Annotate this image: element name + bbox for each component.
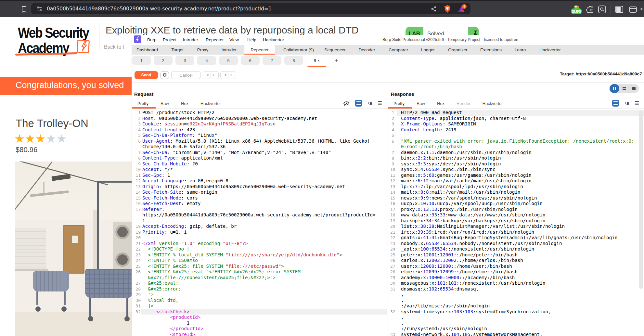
sidebar-icon[interactable]: [615, 5, 624, 14]
response-line: 13lp:x:7:7:lp:/var/spool/lpd:/usr/sbin/n…: [390, 184, 644, 190]
tab-hackvertor[interactable]: Hackvertor: [533, 45, 567, 55]
cancel-button[interactable]: Cancel: [171, 71, 201, 79]
brave-shield-icon[interactable]: [444, 5, 451, 13]
response-line: 18www-data:x:33:33:www-data:/var/www:/us…: [390, 212, 644, 218]
urlbar-divider: [440, 5, 440, 12]
response-line: 9sys:x:3:3:sys:/dev:/usr/sbin/nologin: [390, 161, 644, 167]
response-title: Response: [391, 91, 414, 97]
tab-sequencer[interactable]: Sequencer: [318, 45, 352, 55]
repeater-tab-8[interactable]: 8: [284, 56, 303, 65]
puzzle-extensions-icon[interactable]: [586, 6, 594, 13]
response-menu-icon[interactable]: ☰: [635, 100, 639, 106]
response-line: 24_apt:x:100:65534::/nonexistent:/usr/sb…: [390, 246, 644, 252]
congrats-text: Congratulations, you solved: [16, 80, 124, 90]
request-newline-icon[interactable]: \n: [367, 101, 372, 106]
response-line: :/run/systemd:/usr/sbin/nologin: [390, 326, 644, 332]
menu-view[interactable]: View: [229, 35, 239, 45]
menu-intruder[interactable]: Intruder: [183, 35, 198, 45]
tab-proxy[interactable]: Proxy: [191, 45, 215, 55]
tab-learn[interactable]: Learn: [509, 45, 532, 55]
response-line: ,: [390, 298, 644, 304]
request-line: 3Cookie: session=o322nIwrKAghfPNSBaldEPI…: [134, 121, 387, 127]
request-pretty-underline: [132, 107, 156, 109]
svg-text:3URI: 3URI: [572, 9, 581, 14]
notification-triangle-icon[interactable]: 1: [457, 6, 465, 13]
menu-help[interactable]: Help: [247, 35, 256, 45]
tab-repeater[interactable]: Repeater: [244, 45, 275, 55]
share-icon[interactable]: [431, 6, 437, 12]
repeater-tab-9[interactable]: 9 ×: [307, 56, 326, 65]
resp-tabs-hex[interactable]: Hex: [437, 101, 444, 106]
new-repeater-tab-button[interactable]: +: [332, 56, 341, 65]
resp-tabs-raw[interactable]: Raw: [417, 101, 425, 106]
tab-dashboard[interactable]: Dashboard: [130, 45, 164, 55]
request-menu-icon[interactable]: ☰: [378, 100, 382, 106]
response-line: 0:root:/root:/bin/bash: [390, 144, 644, 150]
request-wrap-icon[interactable]: [355, 100, 362, 107]
menu-hackvertor[interactable]: Hackvertor: [263, 35, 284, 45]
response-line: 12man:x:6:12:man:/var/cache/man:/usr/sbi…: [390, 178, 644, 184]
req-tabs-pretty[interactable]: Pretty: [137, 101, 148, 106]
req-tabs-raw[interactable]: Raw: [161, 101, 169, 106]
repeater-tab-2[interactable]: 2: [154, 56, 173, 65]
response-wrap-icon[interactable]: [612, 100, 619, 107]
request-line: 18Accept-Encoding: gzip, deflate, br: [134, 224, 387, 229]
layout-rows-button[interactable]: [619, 84, 629, 93]
send-button[interactable]: Send: [135, 71, 158, 79]
response-newline-icon[interactable]: \n: [625, 101, 629, 106]
back-link[interactable]: Back to l: [104, 44, 124, 50]
repeater-tab-1[interactable]: 1: [132, 56, 151, 65]
tab-intruder[interactable]: Intruder: [215, 45, 243, 55]
prev-response-button[interactable]: <▼: [203, 71, 219, 79]
tab-decoder[interactable]: Decoder: [352, 45, 381, 55]
wallet-icon[interactable]: [629, 5, 637, 14]
repeater-tab-7[interactable]: 7: [263, 56, 281, 65]
request-line: 17Referer:: [134, 207, 387, 213]
repeater-tab-6[interactable]: 6: [241, 56, 260, 65]
tab-organizer[interactable]: Organizer: [442, 45, 473, 55]
resp-tabs-pretty[interactable]: Pretty: [393, 101, 405, 106]
settings-gear-button[interactable]: ⚙: [161, 71, 169, 79]
repeater-tab-4[interactable]: 4: [197, 56, 216, 65]
next-response-button[interactable]: >▼: [220, 71, 236, 79]
site-settings-icon[interactable]: [36, 6, 42, 12]
layout-columns-button[interactable]: [610, 84, 619, 93]
repeater-tab-5[interactable]: 5: [219, 56, 238, 65]
tab-comparer[interactable]: Comparer: [382, 45, 414, 55]
response-editor[interactable]: 1HTTP/2 400 Bad Request2Content-Type: ap…: [388, 109, 644, 336]
bookmark-icon[interactable]: [20, 6, 28, 13]
menu-project[interactable]: Project: [163, 35, 176, 45]
response-line: ,: [390, 315, 644, 320]
tab-logger[interactable]: Logger: [415, 45, 441, 55]
menu-repeater[interactable]: Repeater: [206, 35, 224, 45]
request-line: 5Sec-Ch-Ua-Platform: "Linux": [134, 133, 387, 138]
response-line: 30messagebus:x:101:101::/nonexistent:/us…: [390, 280, 644, 286]
browser-toolbar: 0a0500b504441d9a809c76e50029000a.web-sec…: [0, 0, 644, 17]
product-name: The Trolley-ON: [16, 117, 88, 130]
hackvertor-extension-icon[interactable]: 3URI: [570, 3, 582, 15]
response-line: :/var/lib/misc:/usr/sbin/nologin: [390, 303, 644, 309]
request-line: 29 '>: [134, 292, 387, 298]
resp-tabs-hackvertor[interactable]: Hackvertor: [483, 101, 503, 106]
request-line: 26 <!ENTITY &#x25; eval "<!ENTITY &#x26;…: [134, 269, 387, 275]
tab-collaborator-9-[interactable]: Collaborator (9): [277, 45, 320, 55]
repeater-tab-3[interactable]: 3: [175, 56, 194, 65]
response-line: 7daemon:x:1:1:daemon:/usr/sbin:/usr/sbin…: [390, 150, 644, 156]
req-tabs-hex[interactable]: Hex: [181, 101, 188, 106]
search-box-icon[interactable]: [598, 5, 606, 14]
tab-target[interactable]: Target: [165, 45, 190, 55]
resp-tabs-render[interactable]: Render: [457, 101, 470, 106]
response-line: 33systemd-network:x:104:105:systemdNetwo…: [390, 332, 644, 336]
layout-single-button[interactable]: [629, 84, 639, 93]
chevron-icon[interactable]: <: [640, 6, 644, 13]
hide-icon[interactable]: [343, 100, 350, 107]
menu-burp[interactable]: Burp: [147, 35, 157, 45]
response-scrollbar[interactable]: [639, 110, 643, 289]
request-line: 15Sec-Fetch-Mode: cors: [134, 195, 387, 201]
request-editor[interactable]: 1POST /product/stock HTTP/22Host: 0a0500…: [132, 109, 387, 336]
tab-extensions[interactable]: Extensions: [474, 45, 508, 55]
url-bar[interactable]: 0a0500b504441d9a809c76e50029000a.web-sec…: [31, 3, 470, 14]
req-tabs-hackvertor[interactable]: Hackvertor: [200, 101, 221, 106]
burp-window: BurpProjectIntruderRepeaterViewHelpHackv…: [132, 35, 644, 336]
response-line: 23nobody:x:65534:65534:nobody:/nonexiste…: [390, 241, 644, 247]
